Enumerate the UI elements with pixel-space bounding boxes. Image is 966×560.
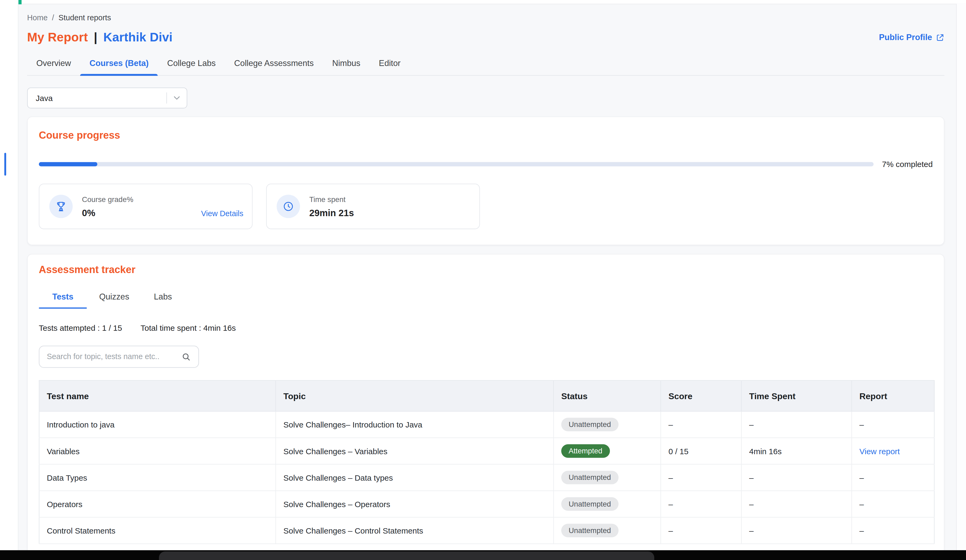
report-cell: –	[852, 464, 934, 491]
status-cell: Unattempted	[554, 464, 660, 491]
score-cell: –	[660, 464, 741, 491]
test-name-cell: Control Statements	[39, 517, 276, 544]
time-spent-cell: –	[741, 517, 852, 544]
status-cell: Attempted	[554, 438, 660, 464]
col-test-name: Test name	[39, 381, 276, 411]
status-badge: Unattempted	[561, 470, 618, 484]
course-progress-label: 7% completed	[882, 159, 933, 169]
col-report: Report	[852, 381, 934, 411]
external-link-icon	[936, 33, 945, 41]
tab-college-assessments[interactable]: College Assessments	[225, 53, 323, 75]
time-spent-cell: –	[741, 411, 852, 438]
table-row: Variables Solve Challenges – Variables A…	[39, 438, 934, 464]
time-spent-text: Time spent 29min 21s	[309, 195, 354, 218]
page-title: My Report | Karthik Divi	[27, 30, 172, 44]
status-badge: Attempted	[561, 444, 610, 458]
assessment-tracker-card: Assessment tracker Tests Quizzes Labs Te…	[27, 254, 945, 550]
search-box	[39, 346, 199, 368]
time-spent-cell: 4min 16s	[741, 438, 852, 464]
topic-cell: Solve Challenges – Operators	[276, 491, 554, 517]
select-divider	[166, 92, 167, 103]
course-progress-heading: Course progress	[39, 129, 933, 141]
clock-icon	[276, 195, 300, 218]
tracker-tab-bar: Tests Quizzes Labs	[39, 292, 933, 309]
table-row: Control Statements Solve Challenges – Co…	[39, 517, 934, 544]
course-grade-card: Course grade% 0% View Details	[39, 184, 253, 229]
test-name-cell: Operators	[39, 491, 276, 517]
col-score: Score	[660, 381, 741, 411]
col-status: Status	[554, 381, 660, 411]
tests-table: Test name Topic Status Score Time Spent …	[39, 380, 935, 544]
main-tab-bar: Overview Courses (Beta) College Labs Col…	[27, 53, 945, 76]
title-row: My Report | Karthik Divi Public Profile	[27, 30, 945, 44]
tab-nimbus[interactable]: Nimbus	[323, 53, 370, 75]
bottom-bar-window-shadow	[159, 552, 654, 560]
status-cell: Unattempted	[554, 517, 660, 544]
status-cell: Unattempted	[554, 411, 660, 438]
tab-quizzes[interactable]: Quizzes	[87, 292, 141, 309]
time-spent-card: Time spent 29min 21s	[266, 184, 480, 229]
tab-editor[interactable]: Editor	[370, 53, 410, 75]
stat-cards: Course grade% 0% View Details Time spent…	[39, 184, 933, 229]
view-details-link[interactable]: View Details	[201, 209, 243, 218]
total-time-stat: Total time spent : 4min 16s	[141, 324, 236, 333]
topic-cell: Solve Challenges – Variables	[276, 438, 554, 464]
scrollbar-track[interactable]	[956, 4, 966, 550]
report-cell: –	[852, 491, 934, 517]
status-badge: Unattempted	[561, 417, 618, 432]
tab-college-labs[interactable]: College Labs	[158, 53, 225, 75]
time-spent-label: Time spent	[309, 195, 354, 204]
report-cell: –	[852, 411, 934, 438]
test-name-cell: Variables	[39, 438, 276, 464]
assessment-tracker-heading: Assessment tracker	[39, 264, 933, 276]
course-progress-row: 7% completed	[39, 159, 933, 169]
course-progress-card: Course progress 7% completed Course grad…	[27, 117, 945, 245]
left-rail	[0, 0, 18, 550]
tab-overview[interactable]: Overview	[27, 53, 80, 75]
report-cell[interactable]: View report	[852, 438, 934, 464]
course-grade-value: 0%	[82, 207, 133, 218]
tests-attempted-stat: Tests attempted : 1 / 15	[39, 324, 122, 333]
time-spent-cell: –	[741, 464, 852, 491]
topic-cell: Solve Challenges– Introduction to Java	[276, 411, 554, 438]
breadcrumb-home[interactable]: Home	[27, 14, 48, 22]
course-progress-fill	[39, 162, 97, 166]
logo-fragment	[18, 0, 21, 4]
tab-labs[interactable]: Labs	[141, 292, 184, 309]
tracker-stats-line: Tests attempted : 1 / 15 Total time spen…	[39, 324, 933, 333]
page-root: Home / Student reports My Report | Karth…	[0, 0, 966, 560]
chevron-down-icon	[172, 93, 182, 103]
page-title-separator: |	[91, 30, 100, 44]
table-row: Data Types Solve Challenges – Data types…	[39, 464, 934, 491]
search-icon[interactable]	[181, 352, 191, 362]
bottom-bar	[0, 550, 966, 560]
page-title-student-name: Karthik Divi	[104, 30, 172, 44]
active-nav-indicator	[4, 153, 6, 176]
table-row: Operators Solve Challenges – Operators U…	[39, 491, 934, 517]
score-cell: –	[660, 491, 741, 517]
status-badge: Unattempted	[561, 497, 618, 511]
page-title-my-report: My Report	[27, 30, 88, 44]
col-time-spent: Time Spent	[741, 381, 852, 411]
time-spent-value: 29min 21s	[309, 207, 354, 218]
course-grade-text: Course grade% 0%	[82, 195, 133, 218]
status-badge: Unattempted	[561, 524, 618, 537]
course-select[interactable]: Java	[27, 87, 187, 108]
view-report-link[interactable]: View report	[859, 447, 900, 456]
main-content: Home / Student reports My Report | Karth…	[18, 4, 966, 550]
tab-tests[interactable]: Tests	[39, 292, 87, 309]
status-cell: Unattempted	[554, 491, 660, 517]
breadcrumb-separator: /	[52, 14, 54, 22]
public-profile-label: Public Profile	[879, 33, 932, 42]
report-cell: –	[852, 517, 934, 544]
trophy-icon	[49, 195, 73, 218]
public-profile-link[interactable]: Public Profile	[879, 33, 945, 42]
time-spent-cell: –	[741, 491, 852, 517]
breadcrumb: Home / Student reports	[27, 14, 945, 22]
course-select-value: Java	[36, 93, 53, 103]
course-grade-label: Course grade%	[82, 195, 133, 204]
col-topic: Topic	[276, 381, 554, 411]
search-input[interactable]	[47, 352, 176, 361]
test-name-cell: Data Types	[39, 464, 276, 491]
tab-courses-beta[interactable]: Courses (Beta)	[80, 53, 158, 75]
